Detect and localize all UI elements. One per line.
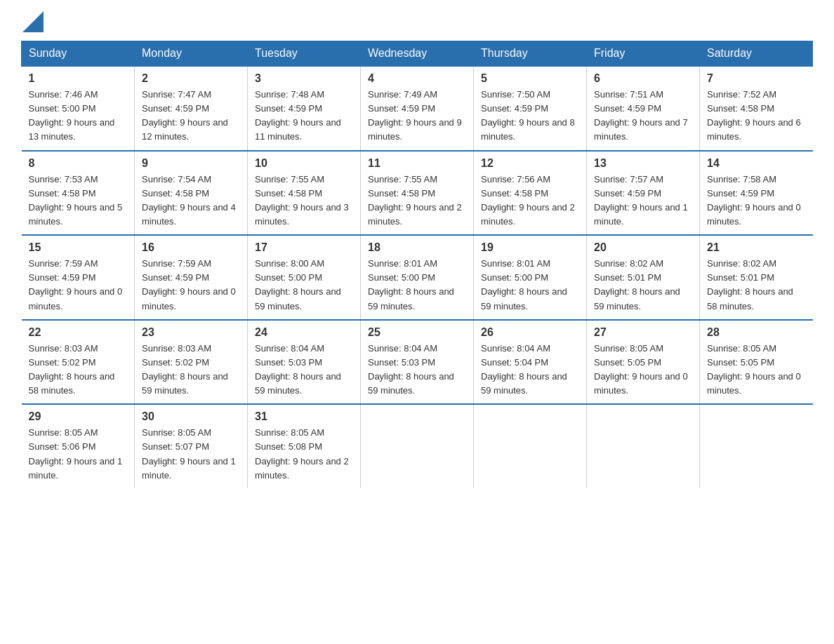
day-number: 5 [481,72,579,85]
day-cell: 30 Sunrise: 8:05 AMSunset: 5:07 PMDaylig… [135,404,248,488]
day-info: Sunrise: 8:00 AMSunset: 5:00 PMDaylight:… [255,258,341,311]
day-cell [587,404,700,488]
day-cell: 5 Sunrise: 7:50 AMSunset: 4:59 PMDayligh… [474,66,587,151]
day-number: 21 [707,241,806,254]
day-info: Sunrise: 7:48 AMSunset: 4:59 PMDaylight:… [255,89,341,142]
day-cell: 4 Sunrise: 7:49 AMSunset: 4:59 PMDayligh… [361,66,474,151]
day-cell: 15 Sunrise: 7:59 AMSunset: 4:59 PMDaylig… [22,235,135,320]
day-info: Sunrise: 8:03 AMSunset: 5:02 PMDaylight:… [142,343,228,396]
day-info: Sunrise: 7:57 AMSunset: 4:59 PMDaylight:… [594,174,688,227]
day-info: Sunrise: 7:49 AMSunset: 4:59 PMDaylight:… [368,89,462,142]
day-info: Sunrise: 8:05 AMSunset: 5:05 PMDaylight:… [707,343,801,396]
day-number: 9 [142,157,240,170]
day-cell [474,404,587,488]
day-info: Sunrise: 8:01 AMSunset: 5:00 PMDaylight:… [368,258,454,311]
day-cell: 28 Sunrise: 8:05 AMSunset: 5:05 PMDaylig… [700,320,813,405]
day-info: Sunrise: 7:46 AMSunset: 5:00 PMDaylight:… [29,89,115,142]
day-cell: 9 Sunrise: 7:54 AMSunset: 4:58 PMDayligh… [135,151,248,236]
day-number: 18 [368,241,466,254]
day-cell: 16 Sunrise: 7:59 AMSunset: 4:59 PMDaylig… [135,235,248,320]
day-info: Sunrise: 7:53 AMSunset: 4:58 PMDaylight:… [29,174,123,227]
day-number: 24 [255,326,353,339]
week-row-5: 29 Sunrise: 8:05 AMSunset: 5:06 PMDaylig… [22,404,813,488]
day-cell: 6 Sunrise: 7:51 AMSunset: 4:59 PMDayligh… [587,66,700,151]
day-info: Sunrise: 7:55 AMSunset: 4:58 PMDaylight:… [368,174,462,227]
day-info: Sunrise: 7:56 AMSunset: 4:58 PMDaylight:… [481,174,575,227]
day-info: Sunrise: 7:59 AMSunset: 4:59 PMDaylight:… [142,258,236,311]
day-info: Sunrise: 8:02 AMSunset: 5:01 PMDaylight:… [594,258,680,311]
day-number: 11 [368,157,466,170]
calendar-table: SundayMondayTuesdayWednesdayThursdayFrid… [21,41,813,488]
day-info: Sunrise: 8:05 AMSunset: 5:06 PMDaylight:… [29,427,123,480]
day-cell: 26 Sunrise: 8:04 AMSunset: 5:04 PMDaylig… [474,320,587,405]
day-number: 14 [707,157,806,170]
day-info: Sunrise: 7:59 AMSunset: 4:59 PMDaylight:… [29,258,123,311]
day-cell: 20 Sunrise: 8:02 AMSunset: 5:01 PMDaylig… [587,235,700,320]
day-number: 16 [142,241,240,254]
col-header-thursday: Thursday [474,41,587,67]
logo-icon [22,11,44,32]
day-number: 12 [481,157,579,170]
day-number: 22 [29,326,128,339]
day-cell: 22 Sunrise: 8:03 AMSunset: 5:02 PMDaylig… [22,320,135,405]
day-number: 2 [142,72,240,85]
day-number: 4 [368,72,466,85]
col-header-sunday: Sunday [22,41,135,67]
day-number: 27 [594,326,692,339]
day-cell: 7 Sunrise: 7:52 AMSunset: 4:58 PMDayligh… [700,66,813,151]
day-number: 8 [29,157,128,170]
day-number: 10 [255,157,353,170]
day-number: 26 [481,326,579,339]
day-info: Sunrise: 8:05 AMSunset: 5:07 PMDaylight:… [142,427,236,480]
day-number: 15 [29,241,128,254]
day-info: Sunrise: 8:05 AMSunset: 5:08 PMDaylight:… [255,427,349,480]
day-info: Sunrise: 8:04 AMSunset: 5:04 PMDaylight:… [481,343,567,396]
day-info: Sunrise: 7:58 AMSunset: 4:59 PMDaylight:… [707,174,801,227]
col-header-saturday: Saturday [700,41,813,67]
day-number: 6 [594,72,692,85]
day-number: 25 [368,326,466,339]
day-cell: 10 Sunrise: 7:55 AMSunset: 4:58 PMDaylig… [248,151,361,236]
col-header-wednesday: Wednesday [361,41,474,67]
day-info: Sunrise: 7:55 AMSunset: 4:58 PMDaylight:… [255,174,349,227]
day-info: Sunrise: 7:51 AMSunset: 4:59 PMDaylight:… [594,89,688,142]
week-row-3: 15 Sunrise: 7:59 AMSunset: 4:59 PMDaylig… [22,235,813,320]
day-cell: 14 Sunrise: 7:58 AMSunset: 4:59 PMDaylig… [700,151,813,236]
day-cell: 21 Sunrise: 8:02 AMSunset: 5:01 PMDaylig… [700,235,813,320]
day-number: 23 [142,326,240,339]
day-cell: 12 Sunrise: 7:56 AMSunset: 4:58 PMDaylig… [474,151,587,236]
day-number: 17 [255,241,353,254]
day-cell: 1 Sunrise: 7:46 AMSunset: 5:00 PMDayligh… [22,66,135,151]
day-cell: 11 Sunrise: 7:55 AMSunset: 4:58 PMDaylig… [361,151,474,236]
day-number: 20 [594,241,692,254]
day-info: Sunrise: 7:47 AMSunset: 4:59 PMDaylight:… [142,89,228,142]
day-number: 3 [255,72,353,85]
week-row-2: 8 Sunrise: 7:53 AMSunset: 4:58 PMDayligh… [22,151,813,236]
day-info: Sunrise: 8:03 AMSunset: 5:02 PMDaylight:… [29,343,115,396]
header-row: SundayMondayTuesdayWednesdayThursdayFrid… [22,41,813,67]
day-cell [700,404,813,488]
day-cell: 17 Sunrise: 8:00 AMSunset: 5:00 PMDaylig… [248,235,361,320]
day-cell: 2 Sunrise: 7:47 AMSunset: 4:59 PMDayligh… [135,66,248,151]
day-info: Sunrise: 7:50 AMSunset: 4:59 PMDaylight:… [481,89,575,142]
week-row-1: 1 Sunrise: 7:46 AMSunset: 5:00 PMDayligh… [22,66,813,151]
day-number: 31 [255,410,353,423]
day-info: Sunrise: 7:52 AMSunset: 4:58 PMDaylight:… [707,89,801,142]
day-cell: 13 Sunrise: 7:57 AMSunset: 4:59 PMDaylig… [587,151,700,236]
svg-marker-0 [22,11,44,32]
day-number: 13 [594,157,692,170]
day-cell: 3 Sunrise: 7:48 AMSunset: 4:59 PMDayligh… [248,66,361,151]
col-header-friday: Friday [587,41,700,67]
day-info: Sunrise: 8:01 AMSunset: 5:00 PMDaylight:… [481,258,567,311]
day-cell: 29 Sunrise: 8:05 AMSunset: 5:06 PMDaylig… [22,404,135,488]
page-header [21,14,813,29]
day-cell: 19 Sunrise: 8:01 AMSunset: 5:00 PMDaylig… [474,235,587,320]
day-number: 7 [707,72,806,85]
col-header-tuesday: Tuesday [248,41,361,67]
day-number: 30 [142,410,240,423]
day-info: Sunrise: 8:04 AMSunset: 5:03 PMDaylight:… [368,343,454,396]
day-cell: 25 Sunrise: 8:04 AMSunset: 5:03 PMDaylig… [361,320,474,405]
day-info: Sunrise: 8:02 AMSunset: 5:01 PMDaylight:… [707,258,793,311]
day-number: 28 [707,326,806,339]
day-number: 19 [481,241,579,254]
